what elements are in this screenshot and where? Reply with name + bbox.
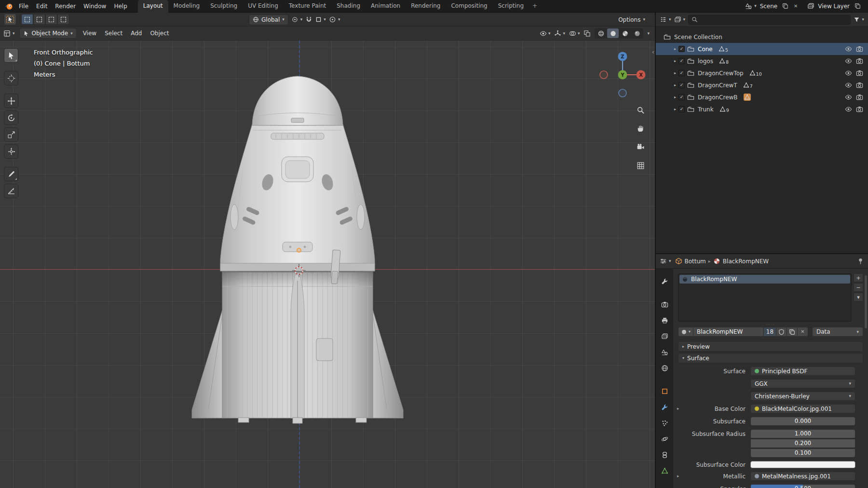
axis-neg-z-ball[interactable] [619,89,626,97]
scale-tool[interactable] [4,127,18,142]
rotate-tool[interactable] [4,110,18,125]
pin-icon[interactable] [857,258,864,265]
select-box-tool[interactable] [4,48,18,63]
menu-render[interactable]: Render [51,1,80,11]
browse-material-button[interactable]: ▾ [678,327,693,337]
slot-specials-button[interactable]: ▾ [854,293,863,301]
outliner-row-cone[interactable]: ▸ ✓ Cone 5 [656,43,868,55]
new-material-button[interactable] [787,327,798,337]
collection-checkbox[interactable]: ✓ [678,70,685,76]
pivot-point-dropdown[interactable]: ▾ [291,16,303,23]
hide-eye-icon[interactable] [845,69,852,77]
unlink-material-button[interactable]: ✕ [798,327,808,337]
outliner-search-input[interactable] [688,15,851,25]
select-mode-new[interactable] [21,14,33,25]
tab-modifiers[interactable] [658,401,671,413]
breadcrumb-object[interactable]: Bottum [685,258,706,265]
expand-icon[interactable]: ▸ [674,59,676,63]
material-slot-list[interactable]: BlackRompNEW [678,273,852,322]
menu-window[interactable]: Window [80,1,110,11]
expand-icon[interactable]: ▸ [677,406,679,411]
tab-scripting[interactable]: Scripting [493,0,529,12]
shading-rendered-button[interactable] [631,28,643,38]
subsurface-color-swatch[interactable] [750,461,855,468]
material-name-field[interactable]: BlackRompNEW [693,327,763,337]
cursor-tool[interactable] [4,71,18,85]
metallic-texture-button[interactable]: MetalMetalness.jpg.001 [750,472,855,481]
tab-output[interactable] [658,314,671,326]
new-scene-button[interactable] [781,2,789,11]
collection-name[interactable]: DragonCrewTop [697,70,744,77]
proportional-edit-dropdown[interactable]: ▾ [329,16,340,23]
tab-tool[interactable] [658,275,671,287]
disable-render-icon[interactable] [856,69,863,77]
3d-cursor[interactable] [292,264,306,277]
collection-name[interactable]: Trunk [697,106,714,113]
tab-compositing[interactable]: Compositing [446,0,492,12]
material-slot-item[interactable]: BlackRompNEW [679,275,850,284]
view-layer-name[interactable]: View Layer [816,3,851,10]
collection-name[interactable]: DragonCrewT [697,82,737,89]
distribution-dropdown[interactable]: GGX ▾ [750,379,855,388]
navigation-gizmo[interactable]: Z X Y [598,50,647,99]
axis-neg-x-ball[interactable] [600,71,608,79]
tab-scene[interactable] [658,346,671,358]
menu-object[interactable]: Object [148,28,171,38]
mode-dropdown[interactable]: Object Mode ▾ [19,28,77,39]
editor-type-dropdown[interactable]: ▾ [3,30,15,37]
options-dropdown[interactable]: Options ▾ [618,13,645,27]
show-overlays-dropdown[interactable]: ▾ [569,30,580,37]
unlink-scene-button[interactable]: ✕ [791,2,800,11]
new-view-layer-button[interactable] [853,2,862,11]
add-workspace-button[interactable]: + [529,0,541,12]
add-slot-button[interactable]: + [854,273,863,282]
expand-icon[interactable]: ▸ [674,95,676,99]
preview-panel-header[interactable]: ▸ Preview [678,341,863,352]
tab-particles[interactable] [658,417,671,429]
fake-user-button[interactable] [776,327,787,337]
shading-material-button[interactable] [619,28,631,38]
zoom-button[interactable] [635,104,646,116]
menu-edit[interactable]: Edit [32,1,51,11]
menu-help[interactable]: Help [110,1,131,11]
tab-modeling[interactable]: Modeling [168,0,205,12]
outliner-editor-type-dropdown[interactable]: ▾ [660,16,671,23]
expand-icon[interactable]: ▸ [674,47,676,51]
material-link-dropdown[interactable]: Data ▾ [812,327,863,337]
object-visibility-dropdown[interactable]: ▾ [540,30,551,37]
properties-editor-type-dropdown[interactable]: ▾ [660,258,671,265]
disable-render-icon[interactable] [856,106,863,113]
menu-add[interactable]: Add [129,28,144,38]
menu-file[interactable]: File [15,1,32,11]
panel-collapse-arrow[interactable]: ‹ [652,48,654,55]
view-layer-selector[interactable]: View Layer [805,1,864,12]
scene-name[interactable]: Scene [759,3,779,10]
radius-x-slider[interactable]: 1.000 [750,429,855,438]
tab-sculpting[interactable]: Sculpting [205,0,243,12]
collection-name[interactable]: DragonCrewB [697,94,738,101]
disable-render-icon[interactable] [856,45,863,53]
snap-settings-dropdown[interactable]: ▾ [315,16,326,23]
outliner-row-dragoncrewtop[interactable]: ▸ ✓ DragonCrewTop 10 [656,67,868,79]
disable-render-icon[interactable] [856,57,863,65]
surface-panel-header[interactable]: ▾ Surface [678,353,863,363]
subsurface-slider[interactable]: 0.000 [750,417,855,426]
collection-checkbox[interactable]: ✓ [678,58,685,64]
subsurface-method-dropdown[interactable]: Christensen-Burley ▾ [750,392,855,401]
viewport-canvas[interactable]: Front Orthographic (0) Cone | Bottum Met… [0,41,655,488]
snap-toggle[interactable] [305,16,312,23]
expand-icon[interactable]: ▸ [674,108,676,111]
shading-solid-button[interactable] [607,28,619,38]
remove-slot-button[interactable]: − [854,283,863,292]
expand-icon[interactable]: ▸ [674,83,676,87]
filter-dropdown[interactable]: ▾ [854,16,864,23]
user-count-button[interactable]: 18 [763,327,776,337]
properties-scrollbar[interactable] [865,275,867,328]
collection-checkbox[interactable]: ✓ [678,94,685,100]
tab-texture-paint[interactable]: Texture Paint [284,0,331,12]
tab-object-data[interactable] [658,465,671,476]
hide-eye-icon[interactable] [845,81,852,89]
xray-toggle[interactable] [583,30,591,37]
perspective-toggle-button[interactable] [635,160,646,171]
move-tool[interactable] [4,94,18,108]
